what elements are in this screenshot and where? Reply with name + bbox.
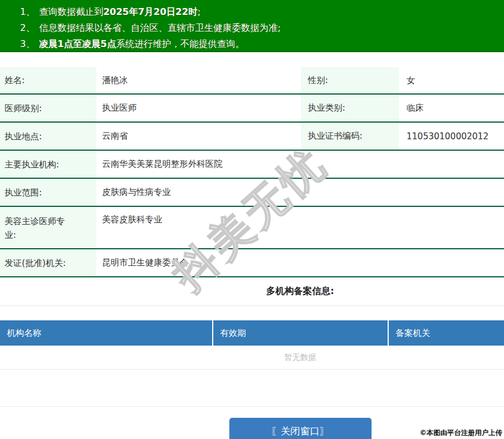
notice-line-1: 1、查询数据截止到2025年7月20日22时; [0, 4, 504, 20]
notice-number: 2、 [20, 22, 35, 33]
notice-text: 信息数据结果以各省、自治区、直辖市卫生健康委数据为准; [39, 22, 280, 33]
column-header-filing-authority: 备案机关 [389, 320, 504, 346]
field-value-practice-scope: 皮肤病与性病专业 [96, 179, 504, 206]
field-value-practice-location: 云南省 [96, 123, 301, 150]
field-label-practice-scope: 执业范围: [0, 179, 96, 206]
field-value-issuing-authority: 昆明市卫生健康委员会 [96, 249, 504, 276]
notice-text: 系统进行维护，不能提供查询。 [116, 38, 244, 49]
field-label-doctor-level: 医师级别: [0, 95, 96, 121]
field-label-issuing-authority: 发证(批准)机关: [0, 249, 96, 276]
field-label-cosmetic-specialty: 美容主诊医师专业: [0, 207, 96, 248]
bottom-divider [0, 406, 504, 407]
upload-credit-watermark: ©本图由平台注册用户上传 [420, 428, 502, 438]
empty-data-row: 暂无数据 [0, 346, 504, 370]
table-row-main-institution: 主要执业机构: 云南华美美莱昆明整形外科医院 [0, 151, 504, 179]
notice-line-2: 2、信息数据结果以各省、自治区、直辖市卫生健康委数据为准; [0, 20, 504, 36]
field-label-practice-location: 执业地点: [0, 123, 96, 150]
filing-table-header: 机构名称 有效期 备案机关 [0, 320, 504, 346]
table-row-level-category: 医师级别: 执业医师 执业类别: 临床 [0, 95, 504, 123]
field-value-practice-category: 临床 [399, 95, 504, 121]
notice-text-bold: 2025年7月20日22时 [103, 6, 197, 17]
field-label-practice-category: 执业类别: [301, 95, 399, 121]
notice-number: 1、 [20, 6, 35, 17]
empty-data-text: 暂无数据 [284, 352, 317, 363]
field-label-name: 姓名: [0, 67, 96, 93]
field-label-certificate-number: 执业证书编码: [301, 123, 399, 150]
field-value-doctor-level: 执业医师 [96, 95, 301, 121]
multi-org-section-title: 多机构备案信息: [0, 277, 504, 306]
notice-text: ; [197, 6, 200, 17]
field-value-gender: 女 [399, 67, 504, 93]
table-row-practice-scope: 执业范围: 皮肤病与性病专业 [0, 179, 504, 207]
query-result-page: 1、查询数据截止到2025年7月20日22时; 2、信息数据结果以各省、自治区、… [0, 0, 504, 439]
field-label-gender: 性别: [301, 67, 399, 93]
field-value-cosmetic-specialty: 美容皮肤科专业 [96, 207, 504, 248]
notice-line-3: 3、凌晨1点至凌晨5点系统进行维护，不能提供查询。 [0, 36, 504, 52]
field-value-certificate-number: 110530100002012 [399, 123, 504, 150]
notice-text-bold: 凌晨1点至凌晨5点 [39, 38, 116, 49]
notice-number: 3、 [20, 38, 35, 49]
column-header-institution-name: 机构名称 [0, 320, 213, 346]
notice-text: 查询数据截止到 [39, 6, 103, 17]
column-header-validity-period: 有效期 [213, 320, 389, 346]
practitioner-info-table: 姓名: 潘艳冰 性别: 女 医师级别: 执业医师 执业类别: 临床 执业地点: … [0, 67, 504, 306]
table-row-issuing-authority: 发证(批准)机关: 昆明市卫生健康委员会 [0, 249, 504, 277]
table-row-name-gender: 姓名: 潘艳冰 性别: 女 [0, 67, 504, 95]
field-value-name: 潘艳冰 [96, 67, 301, 93]
notice-banner: 1、查询数据截止到2025年7月20日22时; 2、信息数据结果以各省、自治区、… [0, 0, 504, 52]
field-value-main-institution: 云南华美美莱昆明整形外科医院 [96, 151, 504, 178]
table-row-location-certificate: 执业地点: 云南省 执业证书编码: 110530100002012 [0, 123, 504, 151]
close-window-button[interactable]: 〖关闭窗口〗 [229, 418, 372, 439]
table-row-cosmetic-specialty: 美容主诊医师专业: 美容皮肤科专业 [0, 207, 504, 249]
field-label-main-institution: 主要执业机构: [0, 151, 96, 178]
